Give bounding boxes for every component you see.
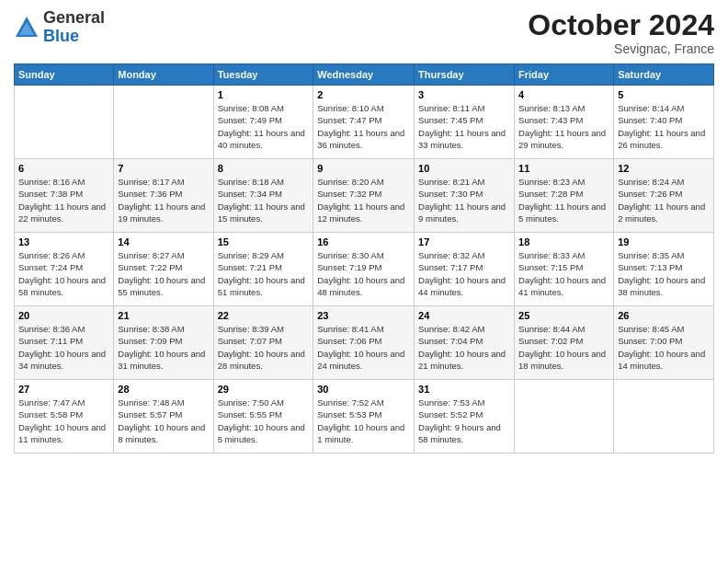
day-number: 10	[418, 163, 510, 174]
day-number: 18	[518, 236, 609, 247]
header-cell-saturday: Saturday	[614, 64, 714, 86]
day-info: Sunrise: 7:48 AM Sunset: 5:57 PM Dayligh…	[118, 396, 209, 445]
day-cell: 5Sunrise: 8:14 AM Sunset: 7:40 PM Daylig…	[614, 86, 714, 159]
day-info: Sunrise: 8:42 AM Sunset: 7:04 PM Dayligh…	[418, 323, 510, 372]
day-info: Sunrise: 8:33 AM Sunset: 7:15 PM Dayligh…	[518, 249, 609, 298]
day-number: 21	[118, 310, 209, 321]
day-number: 16	[317, 236, 410, 247]
header-cell-friday: Friday	[515, 64, 614, 86]
day-cell: 13Sunrise: 8:26 AM Sunset: 7:24 PM Dayli…	[15, 233, 114, 306]
calendar-page: General Blue October 2024 Sevignac, Fran…	[0, 0, 728, 563]
header-cell-monday: Monday	[114, 64, 213, 86]
day-info: Sunrise: 8:13 AM Sunset: 7:43 PM Dayligh…	[518, 102, 609, 151]
day-cell: 8Sunrise: 8:18 AM Sunset: 7:34 PM Daylig…	[213, 159, 313, 233]
day-cell: 11Sunrise: 8:23 AM Sunset: 7:28 PM Dayli…	[515, 159, 614, 233]
header-row: SundayMondayTuesdayWednesdayThursdayFrid…	[15, 64, 714, 86]
day-number: 29	[218, 384, 310, 395]
day-number: 27	[18, 384, 109, 395]
day-cell: 12Sunrise: 8:24 AM Sunset: 7:26 PM Dayli…	[614, 159, 714, 233]
day-number: 14	[118, 236, 209, 247]
logo-icon	[14, 15, 40, 40]
day-number: 13	[18, 236, 109, 247]
day-cell: 16Sunrise: 8:30 AM Sunset: 7:19 PM Dayli…	[313, 233, 415, 306]
header-cell-tuesday: Tuesday	[213, 64, 313, 86]
day-number: 2	[317, 89, 410, 100]
week-row-1: 1Sunrise: 8:08 AM Sunset: 7:49 PM Daylig…	[15, 86, 714, 159]
week-row-4: 20Sunrise: 8:36 AM Sunset: 7:11 PM Dayli…	[15, 306, 714, 380]
day-info: Sunrise: 8:26 AM Sunset: 7:24 PM Dayligh…	[18, 249, 109, 298]
calendar-table: SundayMondayTuesdayWednesdayThursdayFrid…	[14, 63, 714, 454]
day-cell: 2Sunrise: 8:10 AM Sunset: 7:47 PM Daylig…	[313, 86, 415, 159]
day-info: Sunrise: 8:41 AM Sunset: 7:06 PM Dayligh…	[317, 323, 410, 372]
day-info: Sunrise: 7:47 AM Sunset: 5:58 PM Dayligh…	[18, 396, 109, 445]
day-cell	[515, 380, 614, 454]
day-cell: 7Sunrise: 8:17 AM Sunset: 7:36 PM Daylig…	[114, 159, 213, 233]
day-info: Sunrise: 8:24 AM Sunset: 7:26 PM Dayligh…	[618, 176, 710, 224]
day-info: Sunrise: 8:45 AM Sunset: 7:00 PM Dayligh…	[618, 323, 710, 372]
day-cell	[614, 380, 714, 454]
day-info: Sunrise: 8:23 AM Sunset: 7:28 PM Dayligh…	[518, 176, 609, 224]
day-info: Sunrise: 8:21 AM Sunset: 7:30 PM Dayligh…	[418, 176, 510, 224]
day-number: 31	[418, 384, 510, 395]
day-cell: 9Sunrise: 8:20 AM Sunset: 7:32 PM Daylig…	[313, 159, 415, 233]
day-number: 1	[218, 89, 310, 100]
day-number: 20	[18, 310, 109, 321]
day-info: Sunrise: 8:38 AM Sunset: 7:09 PM Dayligh…	[118, 323, 209, 372]
day-info: Sunrise: 8:08 AM Sunset: 7:49 PM Dayligh…	[218, 102, 310, 151]
day-number: 28	[118, 384, 209, 395]
day-number: 24	[418, 310, 510, 321]
day-cell: 6Sunrise: 8:16 AM Sunset: 7:38 PM Daylig…	[15, 159, 114, 233]
day-number: 19	[618, 236, 710, 247]
day-cell: 22Sunrise: 8:39 AM Sunset: 7:07 PM Dayli…	[213, 306, 313, 380]
title-section: October 2024 Sevignac, France	[528, 9, 714, 56]
day-info: Sunrise: 8:30 AM Sunset: 7:19 PM Dayligh…	[317, 249, 410, 298]
logo-general-text: General	[43, 8, 105, 27]
day-cell: 29Sunrise: 7:50 AM Sunset: 5:55 PM Dayli…	[213, 380, 313, 454]
location: Sevignac, France	[528, 41, 714, 56]
day-number: 11	[518, 163, 609, 174]
month-title: October 2024	[528, 9, 714, 41]
day-cell: 31Sunrise: 7:53 AM Sunset: 5:52 PM Dayli…	[415, 380, 515, 454]
day-cell	[15, 86, 114, 159]
day-info: Sunrise: 8:36 AM Sunset: 7:11 PM Dayligh…	[18, 323, 109, 372]
day-cell: 28Sunrise: 7:48 AM Sunset: 5:57 PM Dayli…	[114, 380, 213, 454]
day-info: Sunrise: 8:18 AM Sunset: 7:34 PM Dayligh…	[218, 176, 310, 224]
logo: General Blue	[14, 9, 105, 46]
day-cell: 1Sunrise: 8:08 AM Sunset: 7:49 PM Daylig…	[213, 86, 313, 159]
day-cell: 18Sunrise: 8:33 AM Sunset: 7:15 PM Dayli…	[515, 233, 614, 306]
day-info: Sunrise: 8:39 AM Sunset: 7:07 PM Dayligh…	[218, 323, 310, 372]
day-number: 12	[618, 163, 710, 174]
day-number: 15	[218, 236, 310, 247]
day-number: 3	[418, 89, 510, 100]
day-info: Sunrise: 8:16 AM Sunset: 7:38 PM Dayligh…	[18, 176, 109, 224]
day-cell: 17Sunrise: 8:32 AM Sunset: 7:17 PM Dayli…	[415, 233, 515, 306]
day-number: 5	[618, 89, 710, 100]
day-number: 23	[317, 310, 410, 321]
logo-blue-text: Blue	[43, 27, 79, 45]
day-number: 6	[18, 163, 109, 174]
day-info: Sunrise: 8:32 AM Sunset: 7:17 PM Dayligh…	[418, 249, 510, 298]
day-number: 22	[218, 310, 310, 321]
header-cell-thursday: Thursday	[415, 64, 515, 86]
day-info: Sunrise: 8:11 AM Sunset: 7:45 PM Dayligh…	[418, 102, 510, 151]
day-cell: 23Sunrise: 8:41 AM Sunset: 7:06 PM Dayli…	[313, 306, 415, 380]
day-number: 9	[317, 163, 410, 174]
week-row-3: 13Sunrise: 8:26 AM Sunset: 7:24 PM Dayli…	[15, 233, 714, 306]
day-info: Sunrise: 8:27 AM Sunset: 7:22 PM Dayligh…	[118, 249, 209, 298]
day-cell: 14Sunrise: 8:27 AM Sunset: 7:22 PM Dayli…	[114, 233, 213, 306]
day-number: 17	[418, 236, 510, 247]
day-cell: 27Sunrise: 7:47 AM Sunset: 5:58 PM Dayli…	[15, 380, 114, 454]
day-info: Sunrise: 8:10 AM Sunset: 7:47 PM Dayligh…	[317, 102, 410, 151]
day-info: Sunrise: 8:17 AM Sunset: 7:36 PM Dayligh…	[118, 176, 209, 224]
day-cell: 26Sunrise: 8:45 AM Sunset: 7:00 PM Dayli…	[614, 306, 714, 380]
day-cell	[114, 86, 213, 159]
day-cell: 19Sunrise: 8:35 AM Sunset: 7:13 PM Dayli…	[614, 233, 714, 306]
day-info: Sunrise: 8:44 AM Sunset: 7:02 PM Dayligh…	[518, 323, 609, 372]
day-cell: 10Sunrise: 8:21 AM Sunset: 7:30 PM Dayli…	[415, 159, 515, 233]
day-cell: 3Sunrise: 8:11 AM Sunset: 7:45 PM Daylig…	[415, 86, 515, 159]
header: General Blue October 2024 Sevignac, Fran…	[14, 9, 714, 56]
week-row-5: 27Sunrise: 7:47 AM Sunset: 5:58 PM Dayli…	[15, 380, 714, 454]
day-info: Sunrise: 7:52 AM Sunset: 5:53 PM Dayligh…	[317, 396, 410, 445]
day-cell: 24Sunrise: 8:42 AM Sunset: 7:04 PM Dayli…	[415, 306, 515, 380]
day-info: Sunrise: 8:29 AM Sunset: 7:21 PM Dayligh…	[218, 249, 310, 298]
